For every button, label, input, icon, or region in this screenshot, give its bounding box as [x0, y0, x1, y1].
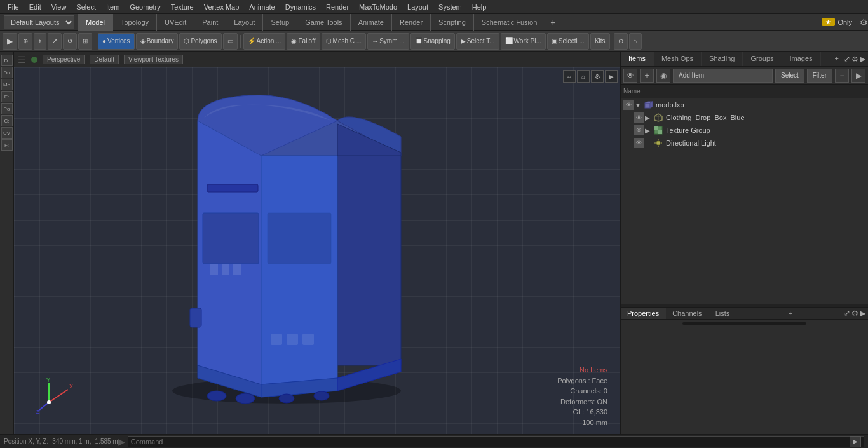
tool-sphere[interactable]: ⊙ [614, 33, 628, 50]
panel-tab-shading[interactable]: Shading [702, 52, 743, 66]
menu-item[interactable]: Item [101, 2, 125, 12]
menu-geometry[interactable]: Geometry [125, 2, 165, 12]
tab-game-tools[interactable]: Game Tools [297, 14, 351, 31]
tree-expand-texture[interactable]: ▶ [645, 127, 653, 134]
prop-tab-add[interactable]: + [783, 308, 797, 319]
tab-scripting[interactable]: Scripting [431, 14, 474, 31]
viewport-canvas[interactable]: X Y Z No Items Polygons : Face Channels:… [14, 67, 620, 434]
tab-topology[interactable]: Topology [113, 14, 157, 31]
tool-camera[interactable]: ⌂ [629, 33, 642, 50]
tool-transform[interactable]: ⤢ [48, 33, 62, 50]
viewport-mode-btn[interactable]: Perspective [43, 55, 85, 64]
viewport-settings-btn[interactable]: ⚙ [591, 70, 604, 83]
viewport-arrow-btn[interactable]: ▶ [605, 70, 618, 83]
tab-schematic-fusion[interactable]: Schematic Fusion [474, 14, 545, 31]
tool-rotate[interactable]: ↺ [63, 33, 77, 50]
panel-expand-btn[interactable]: ⤢ [844, 55, 850, 64]
sidebar-btn-5[interactable]: Po [1, 103, 13, 114]
tool-world[interactable]: ⊕ [18, 33, 32, 50]
prop-settings-btn[interactable]: ⚙ [851, 309, 858, 318]
tool-falloff[interactable]: ◉ Falloff [287, 33, 320, 50]
filter-button[interactable]: Filter [807, 69, 832, 83]
panel-tab-images[interactable]: Images [782, 52, 821, 66]
sidebar-btn-7[interactable]: UV [1, 127, 13, 139]
tree-expand-modo[interactable]: ▼ [635, 102, 642, 109]
tab-model[interactable]: Model [78, 14, 113, 31]
tool-snap[interactable]: ⌖ [34, 33, 46, 50]
prop-tab-channels[interactable]: Channels [666, 308, 709, 319]
prop-expand-btn[interactable]: ⤢ [844, 309, 850, 318]
viewport-handle[interactable]: ☰ [18, 55, 26, 65]
command-input[interactable] [131, 437, 850, 447]
visibility-eye-clothing[interactable]: 👁 [634, 112, 644, 123]
tree-item-texture-group[interactable]: 👁 ▶ Texture Group [631, 124, 868, 137]
menu-system[interactable]: System [433, 2, 467, 12]
settings-icon[interactable]: ⚙ [860, 17, 868, 27]
menu-render[interactable]: Render [321, 2, 354, 12]
panel-arrow-btn[interactable]: ▶ [860, 55, 865, 64]
tab-render[interactable]: Render [392, 14, 431, 31]
panel-arrow-right-btn[interactable]: ▶ [851, 69, 865, 83]
viewport-camera-btn[interactable]: ⌂ [577, 70, 590, 83]
tool-boundary[interactable]: ◈ Boundary [136, 33, 179, 50]
tool-selecti[interactable]: ▣ Selecti ... [547, 33, 589, 50]
status-arrow-btn[interactable]: ▶ [118, 437, 125, 447]
prop-tab-properties[interactable]: Properties [621, 308, 666, 319]
tool-select-t[interactable]: ▶ Select T... [456, 33, 499, 50]
menu-animate[interactable]: Animate [244, 2, 280, 12]
viewport-maximize-btn[interactable]: ↔ [563, 70, 576, 83]
tool-vertices[interactable]: ● Vertices [98, 33, 135, 50]
select-button[interactable]: Select [775, 69, 804, 83]
sidebar-btn-4[interactable]: E: [1, 91, 13, 102]
menu-edit[interactable]: Edit [24, 2, 46, 12]
panel-tab-mesh-ops[interactable]: Mesh Ops [654, 52, 702, 66]
tree-expand-clothing[interactable]: ▶ [645, 114, 653, 121]
menu-select[interactable]: Select [71, 2, 101, 12]
tool-select-mode[interactable]: ▶ [3, 33, 17, 50]
tab-setup[interactable]: Setup [263, 14, 297, 31]
menu-view[interactable]: View [46, 2, 72, 12]
menu-texture[interactable]: Texture [166, 2, 199, 12]
tool-action[interactable]: ⚡ Action ... [243, 33, 286, 50]
sidebar-btn-1[interactable]: D: [1, 55, 13, 66]
tool-snapping[interactable]: 🔲 Snapping [410, 33, 455, 50]
panel-tab-items[interactable]: Items [621, 52, 654, 66]
panel-minus-btn[interactable]: − [835, 69, 849, 83]
menu-maxtomodo[interactable]: MaxToModo [354, 2, 402, 12]
sidebar-btn-6[interactable]: C: [1, 115, 13, 126]
panel-filter-icon-btn[interactable]: ◉ [656, 69, 670, 83]
panel-visibility-btn[interactable]: 👁 [623, 69, 637, 83]
tree-item-clothing-box[interactable]: 👁 ▶ Clothing_Drop_Box_Blue [631, 111, 868, 124]
tool-work-pl[interactable]: ⬜ Work Pl... [501, 33, 546, 50]
tool-scale[interactable]: ⊞ [78, 33, 92, 50]
panel-tab-add[interactable]: + [830, 52, 844, 66]
sidebar-btn-8[interactable]: F: [1, 139, 13, 151]
tab-uvedit[interactable]: UVEdit [157, 14, 194, 31]
visibility-eye-texture[interactable]: 👁 [634, 125, 644, 135]
tree-item-modo-lxo[interactable]: 👁 ▼ modo.lxo [621, 98, 868, 111]
menu-dynamics[interactable]: Dynamics [280, 2, 321, 12]
tool-mesh-c[interactable]: ⬡ Mesh C ... [322, 33, 367, 50]
menu-help[interactable]: Help [467, 2, 492, 12]
sidebar-btn-2[interactable]: Du [1, 67, 13, 78]
menu-file[interactable]: File [3, 2, 24, 12]
tab-layout[interactable]: Layout [226, 14, 263, 31]
prop-tab-lists[interactable]: Lists [709, 308, 737, 319]
panel-settings-btn[interactable]: ⚙ [851, 55, 858, 64]
viewport-shading-btn[interactable]: Default [90, 55, 119, 64]
menu-layout[interactable]: Layout [402, 2, 433, 12]
add-tab-button[interactable]: + [545, 14, 560, 31]
add-item-button[interactable]: Add Item [673, 69, 773, 83]
viewport-texture-btn[interactable]: Viewport Textures [124, 55, 183, 64]
tab-paint[interactable]: Paint [194, 14, 226, 31]
tool-symm[interactable]: ↔ Symm ... [367, 33, 409, 50]
layout-selector[interactable]: Default Layouts [4, 15, 74, 29]
command-execute-btn[interactable]: ▶ [850, 436, 861, 447]
visibility-eye-modo[interactable]: 👁 [623, 100, 634, 110]
sidebar-btn-3[interactable]: Me [1, 79, 13, 90]
visibility-eye-light[interactable]: 👁 [634, 138, 644, 148]
tree-item-directional-light[interactable]: 👁 Directional Light [631, 137, 868, 149]
tool-kits[interactable]: Kits [590, 33, 610, 50]
menu-vertex-map[interactable]: Vertex Map [199, 2, 245, 12]
tab-animate[interactable]: Animate [351, 14, 392, 31]
